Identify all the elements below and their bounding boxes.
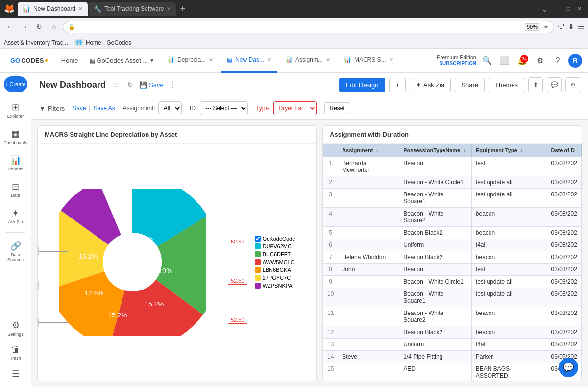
- themes-button[interactable]: Themes: [489, 78, 524, 92]
- type-filter-select[interactable]: Dryer Fan: [273, 101, 317, 115]
- table-row: 2 Beacon - White Circle1 test update all…: [323, 176, 582, 189]
- sidebar-item-reports[interactable]: 📊 Reports: [2, 151, 29, 175]
- header-nav: Home ▦GoCodes Asset ... ▼ 📊Deprecia... ✕…: [56, 49, 433, 73]
- table-row: 15 AED BEAN BAGS ASSORTED 03/05/20: [323, 363, 582, 381]
- url-input[interactable]: https://analytics.zoho.com/workspace/106…: [78, 24, 521, 30]
- sidebar-item-settings[interactable]: ⚙ Settings: [2, 316, 29, 340]
- cell-possession: 1/4 Pipe Fitting: [399, 351, 472, 363]
- tab-deprecia[interactable]: 📊Deprecia... ✕: [161, 49, 219, 73]
- sidebar-item-explorer[interactable]: ⊞ Explorer: [2, 98, 29, 122]
- refresh-dashboard-button[interactable]: ↻: [124, 79, 136, 91]
- legend-checkbox-gokodecode[interactable]: [255, 236, 261, 242]
- notifications-icon[interactable]: 🔔 34: [515, 54, 529, 68]
- tab-close-new-dashboard[interactable]: ✕: [78, 6, 83, 12]
- sidebar-item-dashboards[interactable]: ▦ Dashboards: [2, 124, 29, 149]
- browser-extensions: 🛡 ⬇ ☰: [557, 22, 584, 31]
- sidebar-item-collapse[interactable]: ☰: [2, 364, 29, 383]
- tab-overflow-button[interactable]: ⌄: [539, 4, 551, 14]
- filter-save-link[interactable]: Save: [73, 105, 86, 112]
- tab-macrs[interactable]: 📊MACRS S... ✕: [338, 49, 399, 73]
- more-options-button[interactable]: ⋮: [167, 79, 178, 91]
- table-wrapper[interactable]: Assignment ↓ PossessionTypeName ↓ Equipm…: [323, 144, 582, 381]
- close-deprecia-tab[interactable]: ✕: [209, 57, 213, 63]
- sidebar-item-trash[interactable]: 🗑 Trash: [2, 340, 29, 364]
- forward-button[interactable]: →: [19, 21, 30, 33]
- create-button[interactable]: + Create: [4, 76, 27, 92]
- table-row: 11 Beacon - White Square2 beacon 03/03/2…: [323, 307, 582, 326]
- col-equipment[interactable]: Equipment Type ↓: [471, 144, 547, 157]
- sidebar-item-ask-zia[interactable]: ✦ Ask Zia: [2, 204, 29, 228]
- close-assignm-tab[interactable]: ✕: [326, 57, 330, 63]
- filter-save-as-link[interactable]: Save As: [94, 105, 115, 112]
- ext-icon-2[interactable]: ⬇: [568, 22, 574, 31]
- nav-dropdown-icon[interactable]: ▼: [149, 58, 154, 63]
- sidebar-item-data[interactable]: ⊟ Data: [2, 177, 29, 202]
- filters-toggle[interactable]: ▼ Filters: [39, 105, 65, 112]
- logo[interactable]: GOCODES•: [6, 53, 52, 68]
- favorite-star-button[interactable]: ☆: [110, 79, 122, 91]
- search-icon-btn[interactable]: 🔍: [480, 54, 494, 68]
- close-new-dash-tab[interactable]: ✕: [267, 57, 271, 63]
- back-button[interactable]: ←: [4, 21, 16, 33]
- pct-label-orange: 12.6%: [85, 290, 103, 297]
- close-window-button[interactable]: ✕: [575, 5, 584, 12]
- col-assignment[interactable]: Assignment ↓: [338, 144, 399, 157]
- ext-icon-1[interactable]: 🛡: [557, 23, 565, 31]
- sort-equipment-icon[interactable]: ↓: [520, 148, 523, 153]
- refresh-button[interactable]: ↻: [33, 21, 45, 33]
- bookmark-asset[interactable]: Asset & Inventory Trac...: [4, 39, 68, 46]
- comments-button[interactable]: 💬: [547, 77, 562, 92]
- screen-share-icon[interactable]: ⬜: [498, 54, 512, 68]
- chat-float-button[interactable]: 💬: [559, 358, 578, 377]
- share-button[interactable]: Share: [455, 78, 485, 92]
- tab-new-dashboard[interactable]: 📊 New Dashboard ✕: [18, 2, 88, 16]
- table-row: 9 Beacon - White Circle1 test update all…: [323, 276, 582, 288]
- cell-equipment: BEAN BAGS ASSORTED: [471, 363, 547, 381]
- ask-zia-button[interactable]: ✦ Ask Zia: [410, 78, 451, 92]
- sort-possession-icon[interactable]: ↓: [463, 148, 466, 153]
- id-filter-select[interactable]: --- Select ---: [200, 101, 248, 115]
- browser-chrome: 🦊 📊 New Dashboard ✕ 🔧 Tool Tracking Soft…: [0, 0, 588, 49]
- logo-go: GO: [10, 57, 20, 64]
- maximize-button[interactable]: □: [565, 5, 572, 12]
- nav-gocodes-asset[interactable]: ▦GoCodes Asset ... ▼: [85, 49, 159, 73]
- settings-gear-icon[interactable]: ⚙: [533, 54, 547, 68]
- legend-label-dufv62mc: DUFV62MC: [263, 243, 292, 249]
- home-button[interactable]: ⌂: [48, 21, 60, 33]
- pie-chart-wrapper: 34.75 42.00 42.00: [59, 189, 295, 336]
- tab-close-tool-tracking[interactable]: ✕: [167, 6, 171, 12]
- minimize-button[interactable]: ─: [554, 5, 562, 12]
- settings-panel-button[interactable]: ⚙: [565, 77, 580, 92]
- user-avatar[interactable]: R: [568, 54, 582, 68]
- reset-button[interactable]: Reset: [324, 102, 350, 114]
- save-button[interactable]: 💾 Save: [139, 81, 164, 89]
- assignment-filter-select[interactable]: All: [158, 101, 182, 115]
- cell-num: 2: [323, 176, 338, 189]
- bookmark-star[interactable]: ★: [543, 24, 549, 30]
- cell-possession: Beacon Black2: [399, 227, 472, 239]
- address-bar[interactable]: 🔒 https://analytics.zoho.com/workspace/1…: [63, 21, 554, 33]
- tab-tool-tracking[interactable]: 🔧 Tool Tracking Software ✕: [89, 2, 176, 16]
- new-tab-button[interactable]: +: [177, 4, 188, 14]
- col-date[interactable]: Date of D: [547, 144, 581, 157]
- ext-icon-3[interactable]: ☰: [577, 22, 584, 31]
- cell-equipment: t4all: [471, 339, 547, 351]
- nav-home[interactable]: Home: [56, 49, 83, 73]
- edit-design-button[interactable]: Edit Design: [339, 78, 385, 92]
- help-icon[interactable]: ?: [551, 54, 564, 68]
- sidebar-item-data-sources[interactable]: 🔗 Data Sources: [2, 237, 29, 266]
- export-button[interactable]: ⬆: [528, 77, 543, 92]
- cell-assignment: [338, 339, 399, 351]
- table-title: Assignment with Duration: [323, 126, 582, 144]
- cell-date: 03/08/202: [547, 208, 581, 227]
- tab-new-dash[interactable]: ▦New Das... ✕: [221, 49, 277, 73]
- close-macrs-tab[interactable]: ✕: [389, 57, 393, 63]
- sort-assignment-icon[interactable]: ↓: [376, 148, 378, 153]
- col-possession[interactable]: PossessionTypeName ↓: [399, 144, 472, 157]
- zoom-badge[interactable]: 90%: [524, 23, 540, 31]
- tab-assignm[interactable]: 📊Assignm... ✕: [279, 49, 336, 73]
- add-widget-plus-icon: +: [395, 81, 399, 89]
- add-widget-button[interactable]: +: [389, 78, 406, 92]
- cell-date: 03/08/202: [547, 176, 581, 189]
- bookmark-home-gocodes[interactable]: 🌐 Home - GoCodes: [74, 39, 131, 46]
